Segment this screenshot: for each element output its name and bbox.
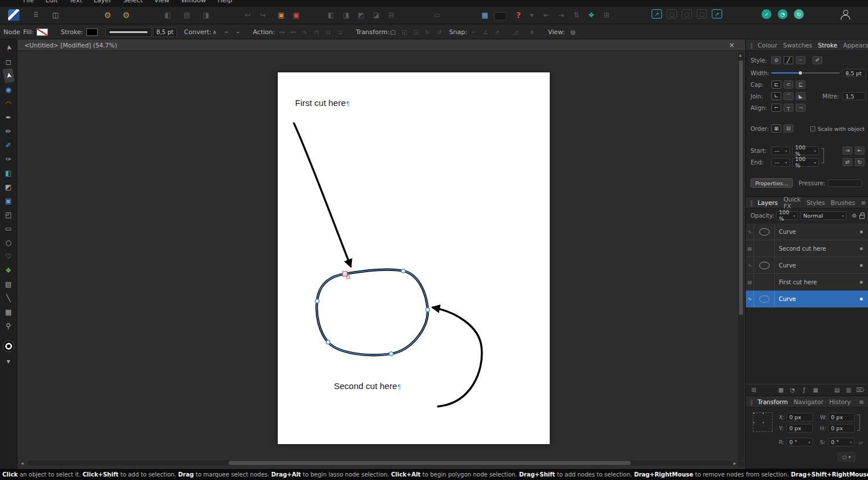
panel-menu-icon[interactable]: ≡ <box>861 199 866 206</box>
properties-button[interactable]: Properties... <box>751 178 793 188</box>
align-centre-icon[interactable]: ⌐ <box>771 104 781 112</box>
end-scale-dropdown[interactable]: 100 %▾ <box>792 158 819 167</box>
layer-thumbnail[interactable] <box>754 240 775 257</box>
curve-node[interactable] <box>315 299 319 303</box>
join-bevel-icon[interactable]: ◣ <box>796 92 806 100</box>
shear-dropdown[interactable]: 0 °▾ <box>828 438 855 446</box>
snap-direction-icon[interactable]: ⇗ <box>492 27 502 36</box>
action-reverse-icon[interactable]: ⊔ <box>323 27 333 36</box>
transform-second-icon[interactable]: ◲ <box>411 27 421 36</box>
snapping-preset-box[interactable] <box>494 12 507 20</box>
layer-thumbnail[interactable] <box>754 291 775 307</box>
convert-smart-icon[interactable]: ⌣ <box>233 27 243 36</box>
feedback-circle-icon[interactable]: ✓ <box>762 9 771 19</box>
share-persona-icon[interactable]: ↗ <box>652 9 662 19</box>
stroke-swatch[interactable] <box>86 28 98 36</box>
stroke-preview[interactable] <box>105 27 152 37</box>
rotation-dropdown[interactable]: 0 °▾ <box>786 438 813 446</box>
snapshot-icon[interactable]: ◧ <box>162 9 174 21</box>
end-style-dropdown[interactable]: —▾ <box>771 158 790 167</box>
panel-menu-icon[interactable]: ≡ <box>859 398 864 405</box>
transparency-tool[interactable]: ◩ <box>2 182 16 192</box>
mitre-value-field[interactable]: 1,5 <box>843 92 866 100</box>
convert-right-icon[interactable]: ⇥ <box>556 9 567 21</box>
add-layer-icon[interactable]: ▤ <box>833 387 841 393</box>
lock-icon[interactable] <box>859 215 865 219</box>
layer-row-selected[interactable]: ∿ Curve <box>746 291 868 307</box>
first-cut-arrow[interactable] <box>294 123 351 266</box>
panel-drag-handle-icon[interactable]: ‖ <box>750 42 753 49</box>
align-outside-icon[interactable]: ¬ <box>796 104 806 112</box>
action-smooth-icon[interactable]: ∿ <box>300 27 310 36</box>
action-sort-icon[interactable]: ⊐ <box>334 27 345 36</box>
style-none-icon[interactable]: ⊘ <box>771 56 781 64</box>
start-style-dropdown[interactable]: —▾ <box>771 146 790 155</box>
stroke-width-field[interactable]: 8,5 pt <box>153 27 177 37</box>
layer-thumbnail[interactable] <box>754 274 775 290</box>
layer-row[interactable]: ▤ First cut here <box>746 274 868 291</box>
arrow-align-tip-icon[interactable]: ⇥ <box>843 146 852 155</box>
layer-visibility-toggle[interactable] <box>860 247 863 250</box>
blend-mode-dropdown[interactable]: Normal▾ <box>800 211 847 220</box>
scroll-left-icon[interactable]: ◂ <box>21 460 24 466</box>
vertical-scroll-thumb[interactable] <box>739 60 743 315</box>
cap-round-icon[interactable]: ⊂ <box>784 80 793 89</box>
tab-stroke[interactable]: Stroke <box>818 42 837 49</box>
action-close-icon[interactable]: ⊷ <box>288 27 299 36</box>
start-scale-dropdown[interactable]: 100 %▾ <box>792 146 819 155</box>
action-join-icon[interactable]: ⊓ <box>311 27 322 36</box>
duplicate-layer-icon[interactable]: ⊞ <box>750 387 757 393</box>
add-group-icon[interactable]: ▥ <box>845 387 852 393</box>
frame-text-tool[interactable]: ▤ <box>2 279 16 289</box>
expand-icon[interactable]: ⊞ <box>601 9 612 21</box>
arrow-align-base-icon[interactable]: ⇤ <box>855 146 865 155</box>
h-field[interactable]: 0 px <box>828 424 855 433</box>
width-slider[interactable] <box>771 69 840 77</box>
second-cut-text[interactable]: Second cut here¶ <box>334 381 401 391</box>
layer-name[interactable]: First cut here <box>775 274 860 290</box>
snapshot-restore-icon[interactable]: ◨ <box>200 9 212 21</box>
style-dash-icon[interactable]: ┄ <box>796 56 806 64</box>
menu-help[interactable]: Help <box>218 0 232 7</box>
transform-origin-button[interactable]: ▢ ▾ <box>838 452 855 461</box>
vector-brush-tool[interactable]: ✑ <box>2 154 16 164</box>
document-setup-icon[interactable]: ◫ <box>50 9 61 21</box>
closed-curve[interactable] <box>317 269 428 355</box>
join-miter-icon[interactable]: ∟ <box>771 92 781 100</box>
curve-node[interactable] <box>426 308 430 312</box>
blend-options-gear-icon[interactable]: ⚙ <box>852 212 857 219</box>
horizontal-scrollbar[interactable] <box>28 460 733 466</box>
layer-visibility-toggle[interactable] <box>860 298 863 301</box>
order-front-icon[interactable]: ⊞ <box>771 124 781 133</box>
fill-swatch[interactable] <box>36 28 48 36</box>
snap-candidates-icon[interactable]: ⋔ <box>527 27 537 36</box>
anchor-point-selector[interactable] <box>753 412 773 432</box>
w-field[interactable]: 0 px <box>828 413 855 422</box>
persona-2-icon[interactable]: ▢ <box>667 9 677 19</box>
mask-layer-icon[interactable]: ▩ <box>777 387 785 393</box>
layer-visibility-toggle[interactable] <box>860 230 863 233</box>
assistant-chevron-icon[interactable]: ▾ <box>526 9 538 21</box>
link-dimensions-bracket[interactable] <box>857 415 860 431</box>
sync-circle-icon[interactable]: ↻ <box>794 9 804 19</box>
width-slider-knob[interactable] <box>798 71 803 75</box>
convert-left-icon[interactable]: ⇤ <box>540 9 552 21</box>
colour-picker-tool[interactable]: ╲ <box>2 293 16 303</box>
tab-transform[interactable]: Transform <box>757 398 788 405</box>
tab-swatches[interactable]: Swatches <box>783 42 812 49</box>
tab-brushes[interactable]: Brushes <box>831 199 855 206</box>
layer-thumbnail[interactable] <box>754 257 775 273</box>
swap-vertical-icon[interactable]: ⇅ <box>571 9 582 21</box>
colour-wheel-icon[interactable] <box>3 340 14 352</box>
tab-history[interactable]: History <box>829 398 851 405</box>
insert-front-arrow-icon[interactable]: ↪ <box>257 9 269 21</box>
custom-shape-tool[interactable]: ❖ <box>2 265 16 275</box>
fill-layer-icon[interactable]: ▦ <box>812 387 819 393</box>
tab-colour[interactable]: Colour <box>757 42 777 49</box>
ellipse-tool[interactable]: ○ <box>2 237 16 247</box>
menu-edit[interactable]: Edit <box>45 0 57 7</box>
artboard[interactable]: First cut here¶ Second cut here¶ <box>278 72 550 444</box>
join-round-icon[interactable]: ⌒ <box>784 92 793 100</box>
tab-layers[interactable]: Layers <box>757 199 778 206</box>
insert-behind-arrow-icon[interactable]: ↩ <box>242 9 253 21</box>
